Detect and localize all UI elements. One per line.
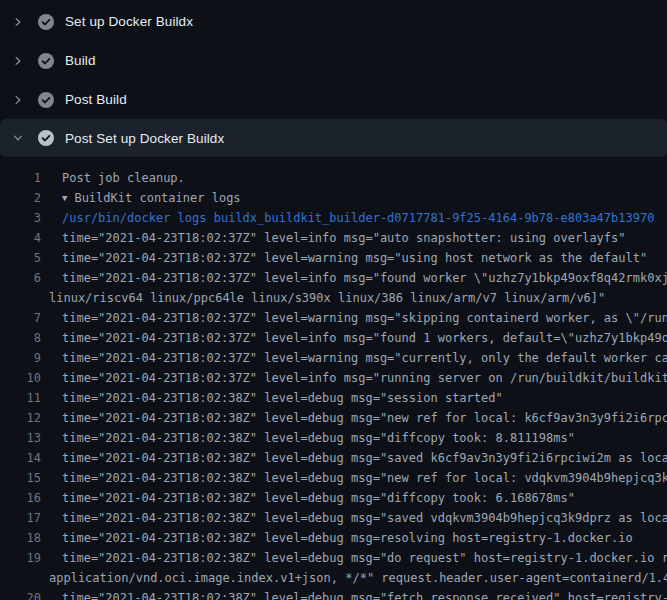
line-number-link[interactable]: 13	[0, 428, 41, 448]
line-number-link	[0, 568, 41, 588]
log-line: 5time="2021-04-23T18:02:37Z" level=warni…	[0, 248, 667, 268]
log-text: time="2021-04-23T18:02:38Z" level=debug …	[62, 588, 667, 600]
step-title: Set up Docker Buildx	[65, 14, 193, 29]
check-circle-icon	[38, 53, 54, 69]
log-line-wrap: application/vnd.oci.image.index.v1+json,…	[0, 568, 667, 588]
log-text: time="2021-04-23T18:02:37Z" level=info m…	[62, 328, 667, 348]
log-text: time="2021-04-23T18:02:38Z" level=debug …	[62, 388, 503, 408]
log-text: time="2021-04-23T18:02:38Z" level=debug …	[62, 488, 575, 508]
log-line: 13time="2021-04-23T18:02:38Z" level=debu…	[0, 428, 667, 448]
log-line: 4time="2021-04-23T18:02:37Z" level=info …	[0, 228, 667, 248]
log-text: time="2021-04-23T18:02:37Z" level=warnin…	[62, 248, 647, 268]
line-number-link[interactable]: 6	[0, 268, 41, 288]
step-header-post-build[interactable]: Post Build	[0, 80, 667, 119]
log-line: 9time="2021-04-23T18:02:37Z" level=warni…	[0, 348, 667, 368]
step-header-set-up-docker-buildx[interactable]: Set up Docker Buildx	[0, 2, 667, 41]
log-group-row: ▼BuildKit container logs	[62, 188, 241, 208]
line-number-link[interactable]: 5	[0, 248, 41, 268]
log-line: 1Post job cleanup.	[0, 168, 667, 188]
log-text: time="2021-04-23T18:02:38Z" level=debug …	[62, 408, 667, 428]
line-number-link[interactable]: 1	[0, 168, 41, 188]
line-number-link[interactable]: 3	[0, 208, 41, 228]
check-circle-icon	[38, 14, 54, 30]
log-text: time="2021-04-23T18:02:38Z" level=debug …	[62, 508, 667, 528]
log-line: 6time="2021-04-23T18:02:37Z" level=info …	[0, 268, 667, 288]
log-line: 14time="2021-04-23T18:02:38Z" level=debu…	[0, 448, 667, 468]
log-line: 17time="2021-04-23T18:02:38Z" level=debu…	[0, 508, 667, 528]
line-number-link[interactable]: 16	[0, 488, 41, 508]
log-line: 19time="2021-04-23T18:02:38Z" level=debu…	[0, 548, 667, 568]
log-line: 15time="2021-04-23T18:02:38Z" level=debu…	[0, 468, 667, 488]
line-number-link[interactable]: 15	[0, 468, 41, 488]
log-line: 20time="2021-04-23T18:02:38Z" level=debu…	[0, 588, 667, 600]
log-text: time="2021-04-23T18:02:38Z" level=debug …	[62, 468, 667, 488]
log-text: time="2021-04-23T18:02:37Z" level=warnin…	[62, 308, 667, 328]
line-number-link[interactable]: 14	[0, 448, 41, 468]
log-text: time="2021-04-23T18:02:38Z" level=debug …	[62, 428, 575, 448]
line-number-link[interactable]: 20	[0, 588, 41, 600]
line-number-link[interactable]: 12	[0, 408, 41, 428]
command-text: /usr/bin/docker logs buildx_buildkit_bui…	[62, 208, 654, 228]
line-number-link[interactable]: 4	[0, 228, 41, 248]
log-line: 7time="2021-04-23T18:02:37Z" level=warni…	[0, 308, 667, 328]
log-line: 16time="2021-04-23T18:02:38Z" level=debu…	[0, 488, 667, 508]
step-title: Post Set up Docker Buildx	[65, 131, 224, 146]
log-line: 3/usr/bin/docker logs buildx_buildkit_bu…	[0, 208, 667, 228]
log-group-toggle-icon[interactable]: ▼	[62, 188, 67, 208]
chevron-down-icon	[12, 132, 24, 144]
log-text: time="2021-04-23T18:02:37Z" level=info m…	[62, 268, 667, 288]
log-text: time="2021-04-23T18:02:37Z" level=warnin…	[62, 348, 667, 368]
line-number-link[interactable]: 17	[0, 508, 41, 528]
log-text: time="2021-04-23T18:02:37Z" level=info m…	[62, 228, 626, 248]
log-line-wrap: linux/riscv64 linux/ppc64le linux/s390x …	[0, 288, 667, 308]
line-number-link[interactable]: 11	[0, 388, 41, 408]
log-text: Post job cleanup.	[62, 168, 185, 188]
chevron-right-icon	[12, 55, 24, 67]
log-group-label[interactable]: BuildKit container logs	[74, 191, 240, 205]
log-text: time="2021-04-23T18:02:37Z" level=info m…	[62, 368, 667, 388]
log-text: linux/riscv64 linux/ppc64le linux/s390x …	[49, 288, 605, 308]
steps-list: Set up Docker Buildx Build Post Build Po…	[0, 0, 667, 157]
chevron-right-icon	[12, 94, 24, 106]
log-line: 2▼BuildKit container logs	[0, 188, 667, 208]
log-text: time="2021-04-23T18:02:38Z" level=debug …	[62, 548, 667, 568]
log-viewer: 1Post job cleanup.2▼BuildKit container l…	[0, 157, 667, 600]
log-text: time="2021-04-23T18:02:38Z" level=debug …	[62, 448, 667, 468]
check-circle-icon	[38, 130, 54, 146]
log-text: application/vnd.oci.image.index.v1+json,…	[49, 568, 667, 588]
line-number-link[interactable]: 18	[0, 528, 41, 548]
log-line: 18time="2021-04-23T18:02:38Z" level=debu…	[0, 528, 667, 548]
log-text: time="2021-04-23T18:02:38Z" level=debug …	[62, 528, 633, 548]
chevron-right-icon	[12, 16, 24, 28]
line-number-link[interactable]: 19	[0, 548, 41, 568]
log-line: 11time="2021-04-23T18:02:38Z" level=debu…	[0, 388, 667, 408]
step-title: Build	[65, 53, 96, 68]
line-number-link[interactable]: 9	[0, 348, 41, 368]
line-number-link	[0, 288, 41, 308]
log-line: 12time="2021-04-23T18:02:38Z" level=debu…	[0, 408, 667, 428]
line-number-link[interactable]: 7	[0, 308, 41, 328]
line-number-link[interactable]: 8	[0, 328, 41, 348]
line-number-link[interactable]: 2	[0, 188, 41, 208]
log-line: 10time="2021-04-23T18:02:37Z" level=info…	[0, 368, 667, 388]
step-header-post-set-up-docker-buildx[interactable]: Post Set up Docker Buildx	[0, 119, 667, 157]
check-circle-icon	[38, 92, 54, 108]
step-title: Post Build	[65, 92, 127, 107]
step-header-build[interactable]: Build	[0, 41, 667, 80]
log-line: 8time="2021-04-23T18:02:37Z" level=info …	[0, 328, 667, 348]
line-number-link[interactable]: 10	[0, 368, 41, 388]
